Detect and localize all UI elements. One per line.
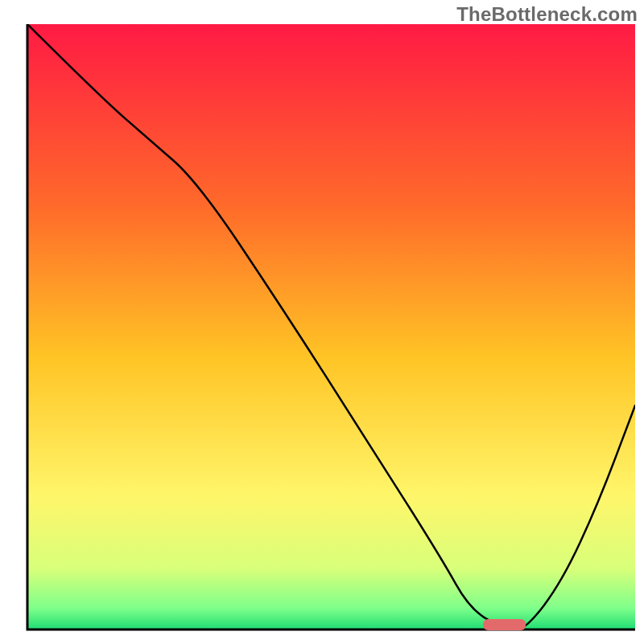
optimal-marker [483, 619, 526, 630]
chart-svg [0, 0, 644, 644]
watermark-text: TheBottleneck.com [456, 3, 638, 26]
chart-container: TheBottleneck.com [0, 0, 644, 644]
plot-background [27, 24, 635, 630]
